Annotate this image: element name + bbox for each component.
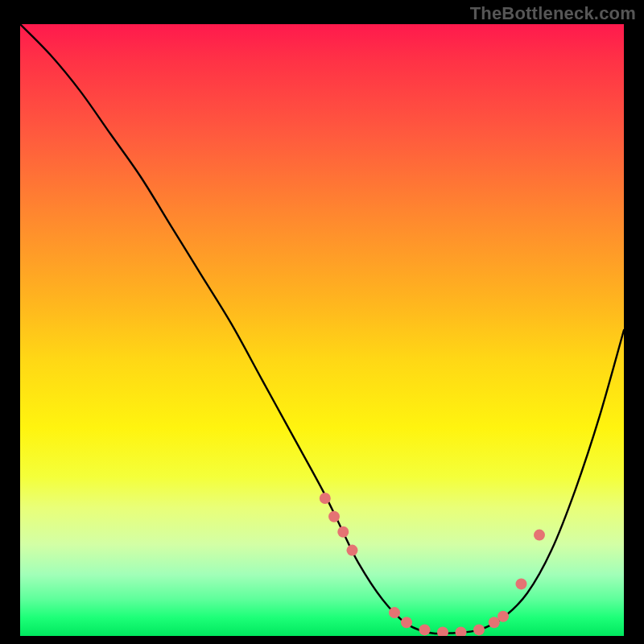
marker-point <box>473 624 485 635</box>
chart-plot <box>20 24 624 636</box>
marker-point <box>320 493 331 504</box>
marker-point <box>534 530 545 541</box>
marker-point <box>347 545 358 556</box>
bottleneck-curve <box>20 24 624 634</box>
plot-inner <box>20 24 624 636</box>
marker-point <box>437 626 448 636</box>
marker-point <box>328 511 340 522</box>
marker-point <box>497 611 509 622</box>
marker-group <box>320 493 545 636</box>
marker-point <box>337 526 349 538</box>
marker-point <box>389 607 400 618</box>
curve-layer <box>20 24 624 636</box>
marker-point <box>419 624 431 635</box>
marker-point <box>401 617 412 628</box>
watermark-text: TheBottleneck.com <box>470 3 636 24</box>
image-frame: TheBottleneck.com <box>0 0 644 644</box>
marker-point <box>516 578 527 589</box>
marker-point <box>456 626 467 636</box>
